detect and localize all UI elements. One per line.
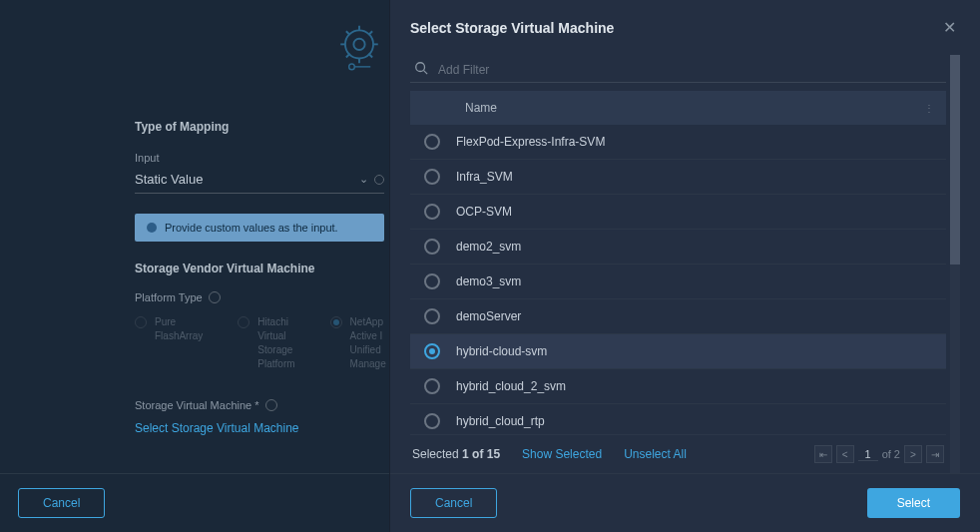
select-svm-modal: Select Storage Virtual Machine ✕ Name ⋮ …	[389, 0, 980, 532]
page-prev-button[interactable]: <	[836, 445, 854, 463]
help-icon[interactable]	[374, 175, 384, 185]
radio-icon[interactable]	[424, 169, 440, 185]
svg-line-13	[424, 71, 428, 75]
show-selected-link[interactable]: Show Selected	[522, 447, 602, 461]
radio-icon[interactable]	[424, 134, 440, 150]
section-title: Type of Mapping	[135, 120, 384, 134]
svm-row[interactable]: demo2_svm	[410, 230, 946, 265]
page-total: of 2	[882, 448, 900, 460]
unselect-all-link[interactable]: Unselect All	[624, 447, 687, 461]
svm-field-label: Storage Virtual Machine *	[135, 399, 384, 411]
help-icon[interactable]	[265, 399, 277, 411]
svm-row[interactable]: FlexPod-Express-Infra-SVM	[410, 125, 946, 160]
svg-point-1	[353, 39, 364, 50]
svm-row[interactable]: demo3_svm	[410, 265, 946, 299]
search-icon	[414, 61, 428, 78]
gear-hero-icon	[329, 20, 389, 80]
pagination: ⇤ < of 2 > ⇥	[814, 445, 944, 463]
svg-line-8	[346, 54, 350, 58]
radio-icon[interactable]	[424, 343, 440, 359]
cancel-button[interactable]: Cancel	[18, 488, 105, 518]
svg-line-6	[346, 31, 350, 35]
subsection-title: Storage Vendor Virtual Machine	[135, 262, 384, 275]
sort-icon[interactable]: ⋮	[924, 103, 932, 114]
svm-row-name: Infra_SVM	[456, 170, 513, 184]
platform-options: PureFlashArray HitachiVirtualStoragePlat…	[135, 315, 384, 371]
svm-row-name: demoServer	[456, 309, 521, 323]
platform-type-label: Platform Type	[135, 291, 384, 303]
svm-row[interactable]: OCP-SVM	[410, 195, 946, 230]
radio-icon[interactable]	[424, 378, 440, 394]
radio-icon[interactable]	[424, 204, 440, 220]
select-svm-link[interactable]: Select Storage Virtual Machine	[135, 421, 384, 435]
modal-title: Select Storage Virtual Machine	[410, 20, 614, 36]
svm-row-name: hybrid-cloud-svm	[456, 344, 547, 358]
input-label: Input	[135, 152, 384, 164]
svg-line-9	[368, 31, 372, 35]
table-header-name[interactable]: Name ⋮	[410, 91, 946, 125]
svg-point-12	[416, 63, 425, 72]
svm-row-name: hybrid_cloud_rtp	[456, 414, 545, 428]
chevron-down-icon: ⌄	[359, 173, 368, 186]
radio-icon[interactable]	[424, 308, 440, 324]
svm-row-name: demo3_svm	[456, 274, 521, 288]
radio-icon[interactable]	[424, 239, 440, 255]
svm-row[interactable]: demoServer	[410, 299, 946, 334]
svg-point-10	[349, 64, 355, 70]
svm-row-name: FlexPod-Express-Infra-SVM	[456, 135, 605, 149]
svm-row[interactable]: hybrid_cloud_rtp	[410, 404, 946, 434]
filter-input[interactable]	[438, 63, 946, 77]
page-next-button[interactable]: >	[904, 445, 922, 463]
radio-icon[interactable]	[424, 273, 440, 289]
page-last-button[interactable]: ⇥	[926, 445, 944, 463]
svg-line-7	[368, 54, 372, 58]
radio-icon[interactable]	[424, 413, 440, 429]
info-icon	[147, 223, 157, 233]
modal-select-button[interactable]: Select	[867, 488, 960, 518]
help-icon[interactable]	[209, 291, 221, 303]
svm-row[interactable]: hybrid-cloud-svm	[410, 334, 946, 369]
selection-count: Selected 1 of 15	[412, 447, 500, 461]
svm-row-name: demo2_svm	[456, 240, 521, 254]
scrollbar[interactable]	[950, 55, 960, 473]
modal-cancel-button[interactable]: Cancel	[410, 488, 497, 518]
svm-row-name: OCP-SVM	[456, 205, 512, 219]
input-dropdown[interactable]: Static Value ⌄	[135, 166, 384, 194]
svm-row[interactable]: Infra_SVM	[410, 160, 946, 195]
svm-row-name: hybrid_cloud_2_svm	[456, 379, 566, 393]
info-banner: Provide custom values as the input.	[135, 214, 384, 242]
close-icon[interactable]: ✕	[939, 14, 960, 41]
svm-row[interactable]: hybrid_cloud_2_svm	[410, 369, 946, 404]
page-input[interactable]	[858, 448, 878, 461]
page-first-button[interactable]: ⇤	[814, 445, 832, 463]
